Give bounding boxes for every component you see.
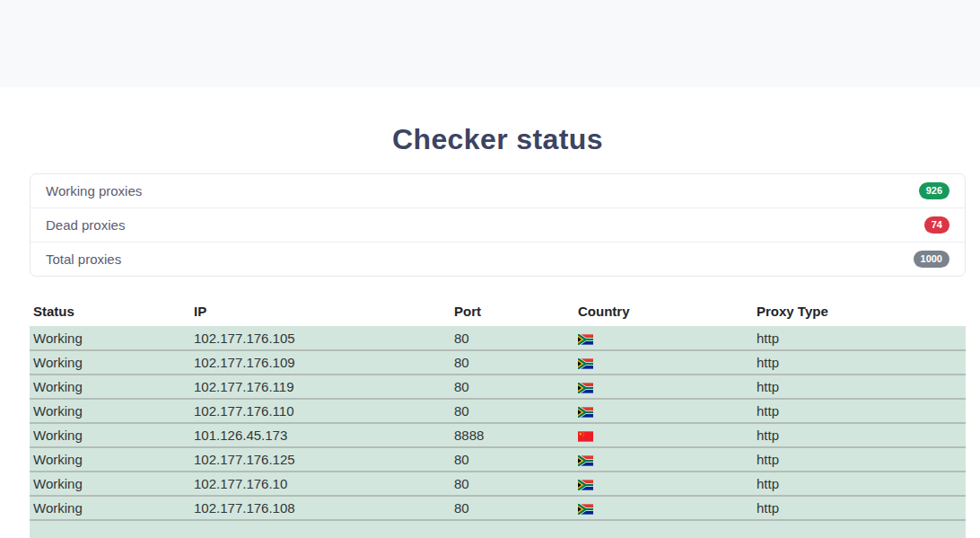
proxy-type-cell: http — [753, 423, 966, 447]
country-flag-icon-za — [578, 407, 593, 418]
status-cell — [30, 520, 190, 538]
table-row: Working 101.126.45.173 8888 http — [30, 423, 966, 447]
port-cell: 80 — [451, 472, 574, 496]
country-flag-icon-cn — [578, 431, 593, 442]
country-cell — [574, 350, 753, 375]
port-cell: 80 — [451, 447, 574, 472]
main-container: Checker status Working proxies 926 Dead … — [30, 119, 966, 538]
port-cell: 80 — [451, 375, 574, 399]
ip-cell: 102.177.176.108 — [190, 496, 451, 520]
table-row: Working 102.177.176.119 80 http — [30, 375, 966, 399]
summary-item-dead: Dead proxies 74 — [31, 207, 965, 242]
ip-cell: 102.177.176.119 — [190, 375, 451, 399]
country-flag-icon-za — [578, 480, 593, 490]
country-cell — [574, 472, 753, 496]
ip-cell: 102.177.176.105 — [190, 326, 451, 350]
summary-item-total: Total proxies 1000 — [31, 242, 965, 276]
status-cell: Working — [30, 496, 190, 520]
country-cell — [574, 496, 753, 520]
table-row: Working 102.177.176.110 80 http — [30, 399, 966, 423]
summary-item-working: Working proxies 926 — [31, 174, 965, 207]
proxy-table-header: Status IP Port Country Proxy Type — [30, 298, 966, 326]
port-cell — [451, 520, 574, 538]
summary-label: Working proxies — [46, 181, 142, 200]
summary-label: Total proxies — [46, 250, 121, 269]
country-cell — [574, 326, 753, 350]
table-row: Working 102.177.176.109 80 http — [30, 350, 966, 375]
table-row: Working 102.177.176.105 80 http — [30, 326, 966, 350]
proxy-type-cell: http — [753, 375, 966, 399]
dead-count-badge: 74 — [924, 216, 949, 234]
working-count-badge: 926 — [919, 182, 949, 199]
country-flag-icon-za — [578, 504, 593, 515]
country-cell — [574, 520, 753, 538]
country-flag-icon-za — [578, 455, 593, 466]
ip-cell: 101.126.45.173 — [190, 423, 451, 447]
status-cell: Working — [30, 326, 190, 350]
table-row: Working 102.177.176.10 80 http — [30, 472, 966, 496]
proxy-table-body: Working 102.177.176.105 80 http Working … — [30, 326, 966, 538]
column-header-country: Country — [574, 298, 753, 326]
status-cell: Working — [30, 447, 190, 472]
summary-list: Working proxies 926 Dead proxies 74 Tota… — [30, 173, 966, 277]
proxy-type-cell: http — [753, 350, 966, 375]
proxy-type-cell: http — [753, 447, 966, 472]
ip-cell: 102.177.176.125 — [190, 447, 451, 472]
ip-cell: 102.177.176.10 — [190, 472, 451, 496]
port-cell: 80 — [451, 350, 574, 375]
port-cell: 80 — [451, 399, 574, 423]
country-cell — [574, 423, 753, 447]
status-cell: Working — [30, 399, 190, 423]
port-cell: 80 — [451, 496, 574, 520]
country-cell — [574, 399, 753, 423]
proxy-type-cell: http — [753, 472, 966, 496]
table-row: Working 102.177.176.125 80 http — [30, 447, 966, 472]
port-cell: 8888 — [451, 423, 574, 447]
ip-cell: 102.177.176.110 — [190, 399, 451, 423]
top-bar — [0, 0, 980, 87]
proxy-type-cell: http — [753, 399, 966, 423]
column-header-ip: IP — [190, 298, 451, 326]
status-cell: Working — [30, 375, 190, 399]
country-cell — [574, 375, 753, 399]
summary-label: Dead proxies — [46, 216, 125, 234]
port-cell: 80 — [451, 326, 574, 350]
country-cell — [574, 447, 753, 472]
ip-cell: 102.177.176.109 — [190, 350, 451, 375]
country-flag-icon-za — [578, 334, 593, 345]
proxy-type-cell: http — [753, 326, 966, 350]
proxy-type-cell: http — [753, 496, 966, 520]
status-cell: Working — [30, 472, 190, 496]
column-header-proxy-type: Proxy Type — [753, 298, 966, 326]
column-header-status: Status — [30, 298, 190, 326]
country-flag-icon — [578, 529, 593, 538]
proxy-type-cell — [753, 520, 966, 538]
status-cell: Working — [30, 423, 190, 447]
country-flag-icon-za — [578, 358, 593, 369]
page-title: Checker status — [30, 119, 966, 160]
table-row-partial — [30, 520, 966, 538]
total-count-badge: 1000 — [914, 251, 949, 268]
proxy-table: Status IP Port Country Proxy Type Workin… — [30, 298, 966, 538]
status-cell: Working — [30, 350, 190, 375]
column-header-port: Port — [451, 298, 574, 326]
ip-cell — [190, 520, 451, 538]
country-flag-icon-za — [578, 383, 593, 393]
table-row: Working 102.177.176.108 80 http — [30, 496, 966, 520]
